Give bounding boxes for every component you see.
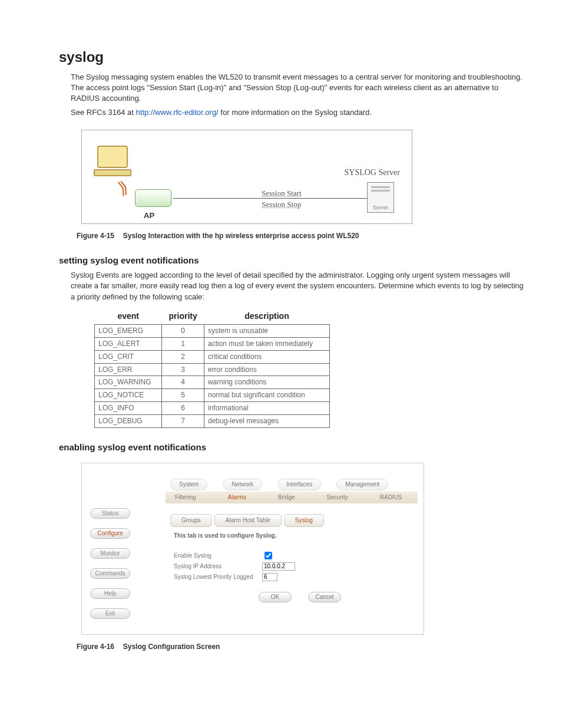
top-nav: SystemNetworkInterfacesManagement [170, 479, 388, 490]
sub-nav-item[interactable]: Security [327, 493, 348, 502]
cell-event: LOG_ERR [95, 363, 162, 376]
tab-row: GroupsAlarm Host TableSyslog [170, 514, 324, 527]
heading-enabling-syslog: enabling syslog event notifications [59, 441, 527, 453]
table-row: LOG_CRIT2critical conditions [95, 350, 330, 363]
cell-priority: 4 [162, 376, 204, 389]
sub-nav: FilteringAlarmsBridgeSecurityRADIUS [166, 492, 418, 503]
enable-syslog-checkbox[interactable] [265, 552, 272, 559]
cell-description: error conditions [204, 363, 329, 376]
config-screenshot: SystemNetworkInterfacesManagement Filter… [81, 463, 424, 635]
figure-4-16-caption: Figure 4-16 Syslog Configuration Screen [77, 642, 527, 652]
top-nav-item[interactable]: Management [336, 479, 388, 490]
cell-description: action must be taken immediately [204, 338, 329, 351]
syslog-server-label: SYSLOG Server [345, 167, 401, 179]
sub-nav-item[interactable]: Alarms [228, 493, 246, 502]
access-point-icon [135, 189, 171, 207]
col-priority: priority [162, 308, 204, 325]
table-row: LOG_ERR3error conditions [95, 363, 330, 376]
figure-text: Syslog Configuration Screen [123, 643, 220, 651]
cell-event: LOG_ALERT [95, 338, 162, 351]
table-row: LOG_WARNING4warning conditions [95, 376, 330, 389]
figure-number: Figure 4-16 [77, 643, 114, 651]
cell-event: LOG_INFO [95, 402, 162, 415]
cell-description: critical conditions [204, 350, 329, 363]
table-row: LOG_EMERG0system is unusable [95, 325, 330, 338]
table-row: LOG_NOTICE5normal but significant condit… [95, 389, 330, 402]
cell-priority: 0 [162, 325, 204, 338]
session-stop-label: Session Stop [262, 199, 302, 210]
intro-paragraph-2: See RFCs 3164 at http://www.rfc-editor.o… [71, 107, 527, 118]
enable-syslog-label: Enable Syslog [174, 552, 262, 560]
table-row: LOG_INFO6informational [95, 402, 330, 415]
table-row: LOG_DEBUG7debug-level messages [95, 414, 330, 427]
sub-nav-item[interactable]: Bridge [278, 493, 295, 502]
server-icon: Server [367, 182, 394, 213]
session-labels: Session Start Session Stop [262, 188, 302, 209]
left-nav-item[interactable]: Help [90, 588, 130, 599]
syslog-ip-input[interactable] [262, 562, 295, 571]
tab-description: This tab is used to configure Syslog. [174, 532, 276, 540]
cell-event: LOG_EMERG [95, 325, 162, 338]
left-nav-item[interactable]: Status [90, 508, 130, 519]
figure-4-15-caption: Figure 4-15 Syslog Interaction with the … [77, 231, 527, 241]
sub-nav-item[interactable]: RADIUS [380, 493, 402, 502]
cell-description: informational [204, 402, 329, 415]
table-row: LOG_ALERT1action must be taken immediate… [95, 338, 330, 351]
cell-description: debug-level messages [204, 414, 329, 427]
cell-event: LOG_CRIT [95, 350, 162, 363]
figure-text: Syslog Interaction with the hp wireless … [123, 232, 359, 240]
cell-event: LOG_NOTICE [95, 389, 162, 402]
config-tab[interactable]: Syslog [284, 514, 324, 527]
syslog-ip-label: Syslog IP Address [174, 562, 262, 571]
config-tab[interactable]: Groups [170, 514, 212, 527]
syslog-priority-label: Syslog Lowest Priority Logged [174, 573, 262, 581]
cell-description: normal but significant condition [204, 389, 329, 402]
cell-priority: 1 [162, 338, 204, 351]
setting-paragraph: Syslog Events are logged according to th… [71, 270, 527, 302]
top-nav-item[interactable]: Network [223, 479, 262, 490]
left-nav-item[interactable]: Exit [90, 608, 130, 619]
intro-paragraph-1: The Syslog messaging system enables the … [71, 72, 527, 104]
config-tab[interactable]: Alarm Host Table [214, 514, 282, 527]
cell-priority: 5 [162, 389, 204, 402]
cell-priority: 7 [162, 414, 204, 427]
cell-priority: 2 [162, 350, 204, 363]
cancel-button[interactable]: Cancel [308, 592, 341, 602]
top-nav-item[interactable]: Interfaces [277, 479, 321, 490]
laptop-icon [94, 146, 131, 174]
left-nav-item[interactable]: Commands [90, 568, 130, 579]
wifi-icon: ⟫ [115, 176, 131, 200]
left-nav: StatusConfigureMonitorCommandsHelpExit [90, 508, 130, 628]
intro-text-before-link: See RFCs 3164 at [71, 108, 136, 117]
heading-syslog: syslog [59, 47, 527, 67]
server-box-text: Server [368, 204, 394, 212]
form-area: Enable Syslog Syslog IP Address Syslog L… [174, 551, 295, 582]
syslog-diagram: ⟫ AP Session Start Session Stop SYSLOG S… [81, 130, 412, 224]
top-nav-item[interactable]: System [170, 479, 207, 490]
rfc-link[interactable]: http://www.rfc-editor.org/ [136, 108, 219, 117]
heading-setting-syslog: setting syslog event notifications [59, 254, 527, 266]
col-event: event [95, 308, 162, 325]
syslog-priority-input[interactable] [262, 573, 277, 581]
sub-nav-item[interactable]: Filtering [175, 493, 196, 502]
cell-description: warning conditions [204, 376, 329, 389]
priority-table: event priority description LOG_EMERG0sys… [94, 308, 330, 428]
session-start-label: Session Start [262, 188, 302, 199]
cell-event: LOG_WARNING [95, 376, 162, 389]
figure-number: Figure 4-15 [77, 232, 114, 240]
cell-description: system is unusable [204, 325, 329, 338]
cell-priority: 3 [162, 363, 204, 376]
cell-event: LOG_DEBUG [95, 414, 162, 427]
ok-button[interactable]: OK [259, 592, 292, 602]
left-nav-item[interactable]: Monitor [90, 548, 130, 559]
col-description: description [204, 308, 329, 325]
ap-label: AP [144, 210, 154, 221]
intro-text-after-link: for more information on the Syslog stand… [219, 108, 372, 117]
left-nav-item[interactable]: Configure [90, 528, 130, 539]
cell-priority: 6 [162, 402, 204, 415]
